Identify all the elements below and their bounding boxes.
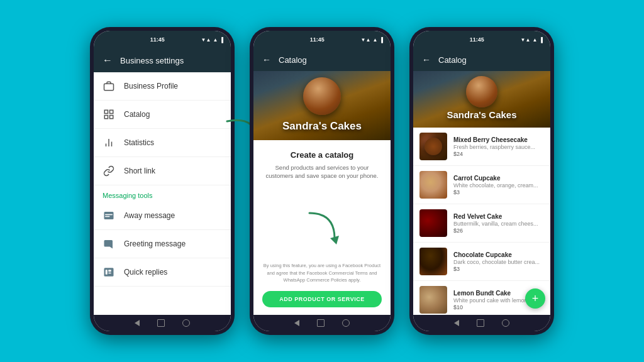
phone1-header: ← Business settings xyxy=(94,48,231,72)
settings-label-quick-replies: Quick replies xyxy=(124,268,167,277)
wifi-icon-1: ▲ xyxy=(213,37,218,43)
catalog-footer-text: By using this feature, you are using a F… xyxy=(262,262,382,283)
product-price-mixed-berry: $24 xyxy=(453,151,544,157)
nav-back-3[interactable] xyxy=(454,320,459,326)
phone-3: 11:45 ▼▲ ▲ ▐ ← Catalog Sandra's Cakes xyxy=(409,27,554,335)
product-thumb-red-velvet xyxy=(419,209,447,237)
product-item-mixed-berry[interactable]: Mixed Berry Cheesecake Fresh berries, ra… xyxy=(413,128,550,166)
product-info-red-velvet: Red Velvet Cake Buttermilk, vanilla, cre… xyxy=(453,213,544,234)
product-item-red-velvet[interactable]: Red Velvet Cake Buttermilk, vanilla, cre… xyxy=(413,204,550,243)
nav-home-3[interactable] xyxy=(477,319,484,327)
wifi-icon-2: ▲ xyxy=(372,37,377,43)
product-price-carrot-cupcake: $3 xyxy=(453,189,544,195)
settings-item-quick-replies[interactable]: Quick replies xyxy=(94,258,231,287)
signal-icon-3: ▼▲ xyxy=(521,37,531,43)
catalog-inner-arrow xyxy=(303,207,341,244)
create-catalog-desc: Send products and services to your custo… xyxy=(262,163,382,180)
catalog-hero-3: Sandra's Cakes xyxy=(413,71,550,128)
settings-label-short-link: Short link xyxy=(124,167,155,175)
signal-icon-1: ▼▲ xyxy=(201,37,211,43)
messaging-tools-header: Messaging tools xyxy=(94,185,231,202)
wifi-icon-3: ▲ xyxy=(532,37,537,43)
create-catalog-title: Create a catalog xyxy=(291,150,353,160)
nav-home-1[interactable] xyxy=(157,319,165,327)
grid-icon xyxy=(103,108,115,121)
status-icons-1: ▼▲ ▲ ▐ xyxy=(201,37,223,43)
product-info-chocolate-cupcake: Chocolate Cupcake Dark coco, chocolate b… xyxy=(453,251,544,272)
settings-label-statistics: Statistics xyxy=(124,138,154,147)
svg-rect-12 xyxy=(106,270,108,275)
settings-list: Business Profile Catalog xyxy=(94,72,231,315)
svg-rect-8 xyxy=(104,212,114,219)
product-thumb-lemon-bundt xyxy=(419,286,447,314)
status-bar-2: 11:45 ▼▲ ▲ ▐ xyxy=(253,31,391,48)
nav-back-1[interactable] xyxy=(135,320,140,326)
create-catalog-body: Create a catalog Send products and servi… xyxy=(253,140,391,315)
product-thumb-carrot-cupcake xyxy=(419,171,447,199)
hero-cake-3 xyxy=(466,76,497,107)
back-button-2[interactable]: ← xyxy=(262,55,271,65)
nav-recent-1[interactable] xyxy=(182,319,190,327)
settings-item-statistics[interactable]: Statistics xyxy=(94,129,231,157)
catalog-arrow-area xyxy=(303,189,341,263)
settings-item-away-message[interactable]: Away message xyxy=(94,202,231,230)
product-name-mixed-berry: Mixed Berry Cheesecake xyxy=(453,136,544,143)
settings-item-greeting-message[interactable]: Greeting message xyxy=(94,230,231,258)
product-list: Mixed Berry Cheesecake Fresh berries, ra… xyxy=(413,128,550,315)
product-price-chocolate-cupcake: $3 xyxy=(453,266,544,272)
product-thumb-mixed-berry xyxy=(419,133,447,160)
phone2-header: ← Catalog xyxy=(253,48,391,71)
product-thumb-chocolate-cupcake xyxy=(419,248,447,275)
status-bar-3: 11:45 ▼▲ ▲ ▐ xyxy=(413,31,550,48)
clock-icon xyxy=(103,209,115,222)
settings-label-catalog: Catalog xyxy=(124,110,150,119)
signal-icon-2: ▼▲ xyxy=(361,37,371,43)
svg-rect-3 xyxy=(104,116,108,119)
status-time-1: 11:45 xyxy=(150,36,165,43)
svg-rect-4 xyxy=(110,116,113,119)
nav-bar-1 xyxy=(94,315,231,331)
settings-item-catalog[interactable]: Catalog xyxy=(94,101,231,129)
page-title-3: Catalog xyxy=(438,55,467,65)
product-item-chocolate-cupcake[interactable]: Chocolate Cupcake Dark coco, chocolate b… xyxy=(413,243,550,281)
nav-back-2[interactable] xyxy=(294,320,299,326)
svg-rect-14 xyxy=(108,273,111,274)
reply-icon xyxy=(103,266,115,278)
product-name-red-velvet: Red Velvet Cake xyxy=(453,213,544,220)
hero-cake-2 xyxy=(303,77,341,115)
product-item-carrot-cupcake[interactable]: Carrot Cupcake White chocolate, orange, … xyxy=(413,166,550,204)
hero-title-3: Sandra's Cakes xyxy=(413,109,550,120)
status-icons-3: ▼▲ ▲ ▐ xyxy=(521,37,543,43)
phone3-header: ← Catalog xyxy=(413,48,550,71)
svg-rect-0 xyxy=(104,84,114,90)
bar-chart-icon xyxy=(103,136,115,149)
svg-rect-1 xyxy=(104,110,108,113)
link-icon xyxy=(103,165,115,177)
hero-title-2: Sandra's Cakes xyxy=(253,120,391,133)
phone-2: 11:45 ▼▲ ▲ ▐ ← Catalog Sandra's Cakes C xyxy=(250,27,394,335)
back-button-1[interactable]: ← xyxy=(103,55,113,66)
nav-recent-2[interactable] xyxy=(342,319,350,327)
product-price-red-velvet: $26 xyxy=(453,228,544,234)
phone-1: 11:45 ▼▲ ▲ ▐ ← Business settings xyxy=(90,27,235,335)
product-info-mixed-berry: Mixed Berry Cheesecake Fresh berries, ra… xyxy=(453,136,544,157)
product-desc-mixed-berry: Fresh berries, raspberry sauce... xyxy=(453,144,544,150)
status-icons-2: ▼▲ ▲ ▐ xyxy=(361,37,383,43)
add-product-button[interactable]: ADD PRODUCT OR SERVICE xyxy=(262,291,382,307)
phones-container: 11:45 ▼▲ ▲ ▐ ← Business settings xyxy=(77,14,567,348)
chat-icon xyxy=(103,238,115,250)
nav-recent-3[interactable] xyxy=(502,319,509,327)
product-name-carrot-cupcake: Carrot Cupcake xyxy=(453,175,544,182)
product-name-chocolate-cupcake: Chocolate Cupcake xyxy=(453,251,544,258)
product-info-carrot-cupcake: Carrot Cupcake White chocolate, orange, … xyxy=(453,175,544,195)
status-time-3: 11:45 xyxy=(470,36,484,43)
status-time-2: 11:45 xyxy=(310,36,325,43)
settings-item-short-link[interactable]: Short link xyxy=(94,157,231,185)
nav-bar-2 xyxy=(253,315,391,331)
back-button-3[interactable]: ← xyxy=(422,55,431,65)
fab-add-button[interactable]: + xyxy=(525,288,545,309)
settings-item-business-profile[interactable]: Business Profile xyxy=(94,72,231,101)
nav-home-2[interactable] xyxy=(317,319,325,327)
settings-label-away-message: Away message xyxy=(124,211,175,220)
battery-icon-3: ▐ xyxy=(539,37,543,43)
